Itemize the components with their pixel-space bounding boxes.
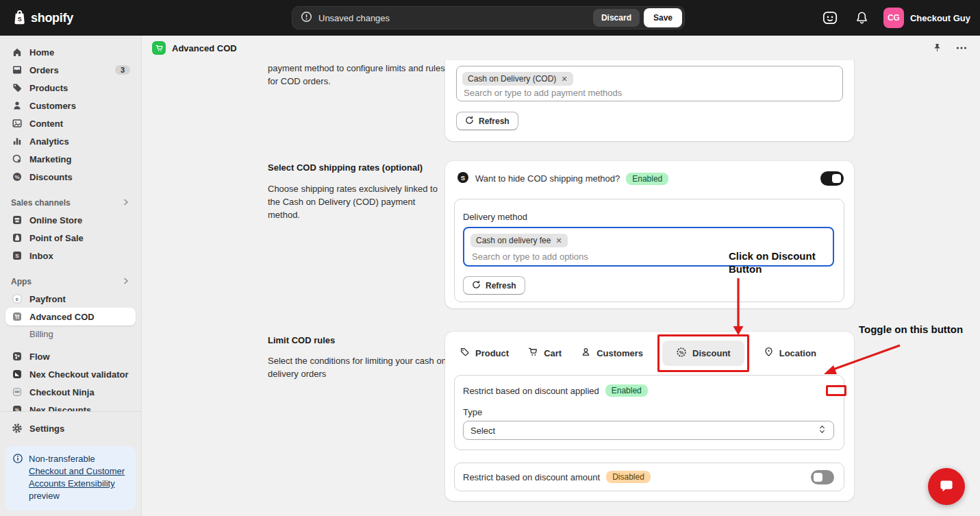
sidebar-item-label: Analytics — [29, 136, 69, 147]
sidebar-item-marketing[interactable]: Marketing — [5, 150, 136, 168]
svg-text:S: S — [18, 16, 22, 23]
sidebar-item-label: Settings — [29, 423, 64, 434]
tab-product[interactable]: Product — [460, 347, 509, 359]
tab-location[interactable]: Location — [764, 347, 816, 359]
sidebar-item-label: Discounts — [29, 172, 73, 182]
page-title: Advanced COD — [172, 43, 237, 53]
topbar-actions: CG Checkout Guy — [820, 8, 970, 28]
tag-label: Cash on Delivery (COD) — [468, 74, 556, 84]
shopify-bag-icon: S — [11, 9, 26, 27]
notice-text: Non-transferable Checkout and Customer A… — [29, 453, 129, 502]
sales-channels-header[interactable]: Sales channels — [5, 195, 136, 211]
avatar[interactable]: CG — [883, 8, 904, 28]
pin-icon[interactable] — [931, 41, 944, 55]
discount-icon: % — [11, 171, 23, 182]
section-label: Apps — [11, 277, 32, 286]
sidebar-item-advanced-cod[interactable]: Advanced COD — [5, 308, 136, 325]
tab-discount[interactable]: % Discount — [662, 341, 744, 366]
refresh-button[interactable]: Refresh — [456, 112, 518, 130]
tab-customers[interactable]: Customers — [581, 347, 643, 359]
home-icon — [11, 47, 23, 58]
brand-name: shopify — [31, 11, 73, 25]
chat-widget-button[interactable] — [928, 468, 965, 505]
tab-label: Product — [475, 348, 509, 358]
shipping-rates-heading: Select COD shipping rates (optional) — [268, 161, 447, 174]
sidebar-item-label: Home — [29, 47, 54, 58]
sidebar-item-payfront[interactable]: c Payfront — [5, 290, 136, 308]
tab-label: Discount — [692, 348, 731, 358]
sidebar-item-products[interactable]: Products — [5, 79, 136, 97]
user-menu[interactable]: CG Checkout Guy — [883, 8, 970, 28]
sidebar-item-label: Marketing — [29, 154, 71, 164]
svg-text:%: % — [14, 174, 19, 180]
sidebar-item-label: Flow — [29, 352, 50, 362]
orders-count-badge: 3 — [115, 65, 130, 75]
chevron-right-icon — [122, 198, 130, 208]
discard-button[interactable]: Discard — [593, 9, 640, 27]
svg-text:%: % — [679, 349, 684, 355]
payment-methods-input[interactable]: Cash on Delivery (COD) Search or type to… — [456, 66, 843, 101]
bar-chart-icon — [11, 136, 23, 147]
limit-cod-rules-description: Select the conditions for limiting your … — [268, 354, 454, 380]
app-header: Advanced COD — [142, 36, 980, 60]
select-value: Select — [470, 426, 495, 436]
chat-bubble-icon — [938, 477, 955, 497]
sidekick-icon[interactable] — [820, 8, 840, 28]
section-label: Sales channels — [11, 198, 71, 208]
online-store-icon — [11, 214, 23, 225]
tab-label: Cart — [544, 348, 562, 358]
sidebar-item-billing[interactable]: Billing — [5, 325, 136, 343]
sidebar-item-label: Orders — [29, 65, 59, 75]
remove-tag-icon[interactable] — [555, 237, 562, 245]
sidebar-item-flow[interactable]: Flow — [5, 347, 136, 365]
sidebar-item-point-of-sale[interactable]: Point of Sale — [5, 229, 136, 247]
restrict-discount-amount-toggle[interactable] — [811, 470, 834, 484]
sidebar-item-label: Nex Checkout validator — [29, 369, 129, 380]
sidebar-item-nex-discounts[interactable]: % Nex Discounts — [5, 401, 136, 411]
sidebar-item-label: Checkout Ninja — [29, 387, 95, 397]
sidebar-item-orders[interactable]: Orders 3 — [5, 61, 136, 79]
shopify-logo[interactable]: S shopify — [11, 9, 73, 27]
restrict-discount-amount-label: Restrict based on discount amount — [463, 472, 600, 482]
tag-icon — [11, 82, 23, 93]
sidebar-item-label: Billing — [29, 329, 53, 339]
location-pin-icon — [764, 347, 774, 359]
sidebar-item-content[interactable]: Content — [5, 114, 136, 132]
notice-suffix: preview — [29, 491, 60, 501]
refresh-button[interactable]: Refresh — [463, 276, 525, 295]
restrict-discount-applied-row: Restrict based on discount applied Enabl… — [463, 384, 834, 397]
discount-badge-icon: % — [676, 347, 687, 360]
unsaved-changes-bar: Unsaved changes Discard Save — [292, 6, 685, 29]
sidebar-item-inbox[interactable]: S Inbox — [5, 247, 136, 265]
sidebar-item-label: Products — [29, 83, 68, 93]
remove-tag-icon[interactable] — [561, 75, 567, 83]
shipping-rates-description: Choose shipping rates exclusively linked… — [268, 182, 440, 221]
tab-cart[interactable]: Cart — [528, 347, 562, 359]
sidebar-item-label: Nex Discounts — [29, 405, 91, 412]
header-actions — [931, 41, 968, 55]
sidebar-item-customers[interactable]: Customers — [5, 97, 136, 114]
sidebar: Home Orders 3 Products Customers Content — [0, 36, 142, 516]
sidebar-item-label: Customers — [29, 101, 76, 111]
discount-type-select[interactable]: Select — [463, 421, 834, 440]
sidebar-item-online-store[interactable]: Online Store — [5, 211, 136, 229]
inbox-icon: S — [11, 250, 23, 261]
sidebar-item-nex-checkout-validator[interactable]: Nex Checkout validator — [5, 365, 136, 383]
sidebar-item-label: Content — [29, 119, 63, 129]
sidebar-item-analytics[interactable]: Analytics — [5, 132, 136, 150]
more-options-icon[interactable] — [955, 45, 968, 51]
sidebar-item-checkout-ninja[interactable]: Checkout Ninja — [5, 383, 136, 401]
sidebar-item-settings[interactable]: Settings — [5, 419, 136, 437]
save-button[interactable]: Save — [644, 8, 682, 27]
select-updown-icon — [818, 424, 827, 437]
sidebar-item-discounts[interactable]: % Discounts — [5, 168, 136, 186]
hide-cod-shipping-toggle[interactable] — [820, 171, 844, 186]
sidebar-item-home[interactable]: Home — [5, 43, 136, 61]
settings-section: Settings — [0, 411, 141, 443]
selected-payment-method-tag: Cash on Delivery (COD) — [462, 72, 573, 86]
extensibility-preview-link[interactable]: Checkout and Customer Accounts Extensibi… — [29, 466, 125, 489]
notifications-bell-icon[interactable] — [854, 10, 870, 26]
info-icon — [12, 453, 23, 502]
sidebar-item-label: Inbox — [29, 251, 53, 261]
apps-header[interactable]: Apps — [5, 273, 136, 290]
